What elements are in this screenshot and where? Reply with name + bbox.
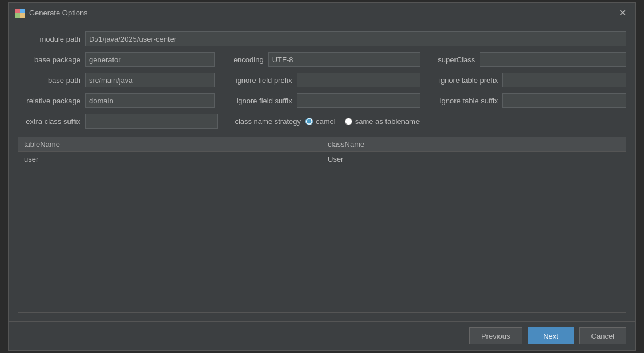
svg-rect-3 bbox=[20, 13, 25, 18]
generate-options-dialog: Generate Options ✕ module path base pack… bbox=[8, 2, 636, 351]
ignore-table-prefix-label: ignore table prefix bbox=[429, 76, 498, 85]
encoding-cell: encoding bbox=[224, 52, 421, 67]
ignore-table-prefix-cell: ignore table prefix bbox=[429, 73, 626, 87]
encoding-label: encoding bbox=[224, 55, 264, 64]
radio-camel-input[interactable] bbox=[305, 118, 313, 125]
col-table-name: tableName bbox=[18, 137, 322, 151]
base-package-label: base package bbox=[18, 55, 80, 64]
module-path-input[interactable] bbox=[85, 31, 626, 46]
extra-class-suffix-input[interactable] bbox=[85, 114, 218, 129]
ignore-field-suffix-cell: ignore field suffix bbox=[224, 93, 421, 108]
table-body: user User bbox=[18, 152, 626, 166]
table-row[interactable]: user User bbox=[18, 152, 626, 166]
radio-camel-label: camel bbox=[316, 117, 336, 126]
base-package-cell: base package bbox=[18, 52, 215, 67]
ignore-table-suffix-cell: ignore table suffix bbox=[429, 93, 626, 108]
table-header: tableName className bbox=[18, 137, 626, 152]
row-extra-class: extra class suffix class name strategy c… bbox=[18, 114, 626, 129]
relative-package-label: relative package bbox=[18, 97, 80, 105]
row-base-path: base path ignore field prefix ignore tab… bbox=[18, 73, 626, 87]
col-class-name: className bbox=[322, 137, 626, 151]
table-cell-table-name: user bbox=[18, 152, 322, 166]
radio-same-input[interactable] bbox=[345, 118, 352, 125]
module-path-label: module path bbox=[18, 35, 80, 43]
extra-class-suffix-cell: extra class suffix bbox=[18, 114, 218, 129]
base-path-input[interactable] bbox=[85, 73, 215, 87]
app-icon bbox=[15, 9, 25, 18]
previous-button[interactable]: Previous bbox=[469, 327, 522, 344]
svg-rect-0 bbox=[15, 9, 20, 13]
dialog-footer: Previous Next Cancel bbox=[9, 321, 635, 350]
table-cell-class-name: User bbox=[322, 152, 626, 166]
dialog-title: Generate Options bbox=[29, 9, 88, 17]
ignore-field-suffix-label: ignore field suffix bbox=[224, 97, 292, 105]
row-relative-package: relative package ignore field suffix ign… bbox=[18, 93, 626, 108]
super-class-input[interactable] bbox=[480, 52, 626, 67]
class-name-strategy-label: class name strategy bbox=[227, 117, 301, 126]
base-path-label: base path bbox=[18, 76, 80, 85]
ignore-field-prefix-label: ignore field prefix bbox=[224, 76, 292, 85]
relative-package-cell: relative package bbox=[18, 93, 215, 108]
ignore-table-suffix-input[interactable] bbox=[502, 93, 626, 108]
encoding-input[interactable] bbox=[268, 52, 421, 67]
base-package-input[interactable] bbox=[85, 52, 215, 67]
module-path-row: module path bbox=[18, 31, 626, 46]
title-bar: Generate Options ✕ bbox=[9, 3, 635, 23]
super-class-label: superClass bbox=[429, 55, 475, 64]
title-bar-left: Generate Options bbox=[15, 9, 88, 18]
close-button[interactable]: ✕ bbox=[617, 7, 629, 19]
radio-same-label: same as tablename bbox=[355, 117, 420, 126]
radio-same-option[interactable]: same as tablename bbox=[345, 117, 420, 126]
super-class-cell: superClass bbox=[429, 52, 626, 67]
dialog-content: module path base package encoding superC… bbox=[9, 23, 635, 321]
svg-rect-2 bbox=[15, 13, 20, 18]
relative-package-input[interactable] bbox=[85, 93, 215, 108]
cancel-button[interactable]: Cancel bbox=[579, 327, 626, 344]
base-path-cell: base path bbox=[18, 73, 215, 87]
extra-class-suffix-label: extra class suffix bbox=[18, 117, 80, 126]
ignore-field-suffix-input[interactable] bbox=[297, 93, 421, 108]
next-button[interactable]: Next bbox=[528, 327, 574, 344]
class-name-strategy-cell: class name strategy camel same as tablen… bbox=[227, 117, 626, 126]
row-base-package: base package encoding superClass bbox=[18, 52, 626, 67]
class-mapping-table: tableName className user User bbox=[18, 137, 626, 313]
ignore-field-prefix-input[interactable] bbox=[297, 73, 421, 87]
ignore-table-suffix-label: ignore table suffix bbox=[429, 97, 498, 105]
ignore-table-prefix-input[interactable] bbox=[502, 73, 626, 87]
class-name-strategy-radio-group: camel same as tablename bbox=[305, 117, 420, 126]
ignore-field-prefix-cell: ignore field prefix bbox=[224, 73, 421, 87]
radio-camel-option[interactable]: camel bbox=[305, 117, 336, 126]
svg-rect-1 bbox=[20, 9, 25, 13]
